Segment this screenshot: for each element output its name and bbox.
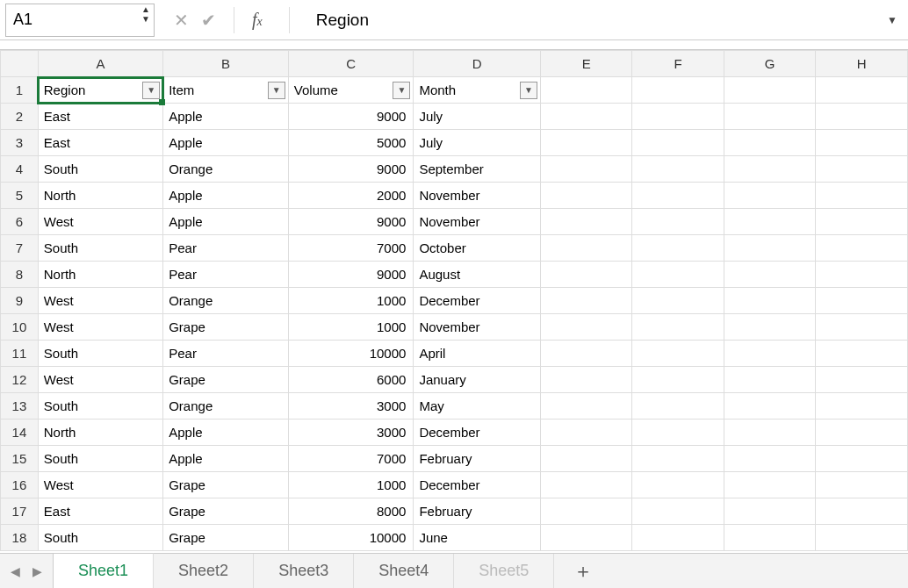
cell[interactable]: East [38,498,162,525]
cell[interactable]: August [414,262,541,288]
cell[interactable]: Apple [163,130,289,156]
cell[interactable]: May [414,393,541,419]
cell[interactable]: January [414,367,541,393]
cell[interactable]: East [38,130,162,156]
cell[interactable] [541,183,632,209]
name-box-spinner[interactable]: ▲ ▼ [141,6,150,23]
row-header-1[interactable]: 1 [1,77,39,104]
cell[interactable]: Apple [163,446,289,472]
cell[interactable]: February [414,446,541,472]
cell[interactable]: West [38,472,162,498]
row-header-2[interactable]: 2 [1,104,39,130]
cell[interactable] [724,288,816,314]
cell[interactable]: November [414,209,541,235]
cell[interactable] [816,472,908,498]
cell[interactable]: December [414,472,541,498]
row-header-7[interactable]: 7 [1,235,39,262]
cell[interactable] [541,446,632,472]
cell[interactable] [724,130,816,156]
col-header-g[interactable]: G [724,51,816,77]
cell[interactable]: 10000 [288,341,414,367]
cell[interactable]: Grape [163,314,289,341]
sheet-tab-sheet2[interactable]: Sheet2 [154,554,254,588]
select-all-corner[interactable] [1,51,39,77]
cell[interactable] [724,156,816,183]
cell[interactable] [541,104,632,130]
spreadsheet-grid[interactable]: A B C D E F G H 1Region▼Item▼Volume▼Mont… [0,49,908,553]
col-header-h[interactable]: H [816,51,908,77]
cell[interactable] [816,341,908,367]
cell[interactable]: Item▼ [163,77,289,104]
cell[interactable]: Orange [163,156,289,183]
tab-prev-icon[interactable]: ◀ [11,564,20,578]
row-header-10[interactable]: 10 [1,314,39,341]
cell[interactable]: South [38,446,162,472]
cell[interactable] [632,156,724,183]
cell[interactable]: East [38,104,162,130]
cell[interactable]: South [38,156,162,183]
cell[interactable]: Apple [163,419,289,446]
cell[interactable] [541,77,632,104]
col-header-b[interactable]: B [163,51,289,77]
cell[interactable] [816,77,908,104]
cell[interactable] [541,498,632,525]
cell[interactable] [541,367,632,393]
cell[interactable] [541,288,632,314]
sheet-tab-sheet5[interactable]: Sheet5 [454,554,554,588]
cell[interactable]: 9000 [288,209,414,235]
cell[interactable] [632,498,724,525]
cell[interactable]: November [414,183,541,209]
cell[interactable] [816,130,908,156]
cell[interactable] [541,156,632,183]
filter-button[interactable]: ▼ [393,82,410,99]
cell[interactable]: Grape [163,472,289,498]
cell[interactable]: 9000 [288,104,414,130]
cell[interactable] [632,77,724,104]
chevron-down-icon[interactable]: ▼ [141,16,150,23]
sheet-tab-sheet4[interactable]: Sheet4 [354,554,454,588]
cell[interactable] [724,525,816,551]
row-header-13[interactable]: 13 [1,393,39,419]
cell[interactable] [724,104,816,130]
name-box[interactable]: A1 ▲ ▼ [5,4,155,37]
cell[interactable] [632,262,724,288]
cell[interactable]: Grape [163,498,289,525]
col-header-d[interactable]: D [414,51,541,77]
cell[interactable] [632,209,724,235]
cell[interactable] [632,341,724,367]
cell[interactable] [541,262,632,288]
cell[interactable]: Apple [163,183,289,209]
cell[interactable]: 1000 [288,472,414,498]
cell[interactable] [541,472,632,498]
cell[interactable] [632,367,724,393]
cell[interactable] [816,498,908,525]
cell[interactable]: Region▼ [38,77,162,104]
cell[interactable] [632,446,724,472]
cell[interactable] [541,130,632,156]
cell[interactable]: Pear [163,235,289,262]
chevron-up-icon[interactable]: ▲ [141,6,150,13]
cell[interactable]: July [414,130,541,156]
filter-button[interactable]: ▼ [520,82,537,99]
row-header-14[interactable]: 14 [1,419,39,446]
cell[interactable]: West [38,288,162,314]
add-sheet-button[interactable]: ＋ [554,554,612,588]
cell[interactable]: South [38,235,162,262]
cell[interactable] [724,77,816,104]
cell[interactable] [632,235,724,262]
cell[interactable]: Apple [163,104,289,130]
cell[interactable] [541,314,632,341]
cell[interactable] [724,314,816,341]
row-header-6[interactable]: 6 [1,209,39,235]
cell[interactable] [724,235,816,262]
cell[interactable] [632,419,724,446]
cell[interactable]: Orange [163,393,289,419]
cell[interactable] [724,498,816,525]
row-header-18[interactable]: 18 [1,525,39,551]
cell[interactable]: Pear [163,262,289,288]
cell[interactable]: 6000 [288,367,414,393]
cell[interactable]: South [38,341,162,367]
cell[interactable]: North [38,419,162,446]
cell[interactable]: October [414,235,541,262]
cell[interactable]: June [414,525,541,551]
